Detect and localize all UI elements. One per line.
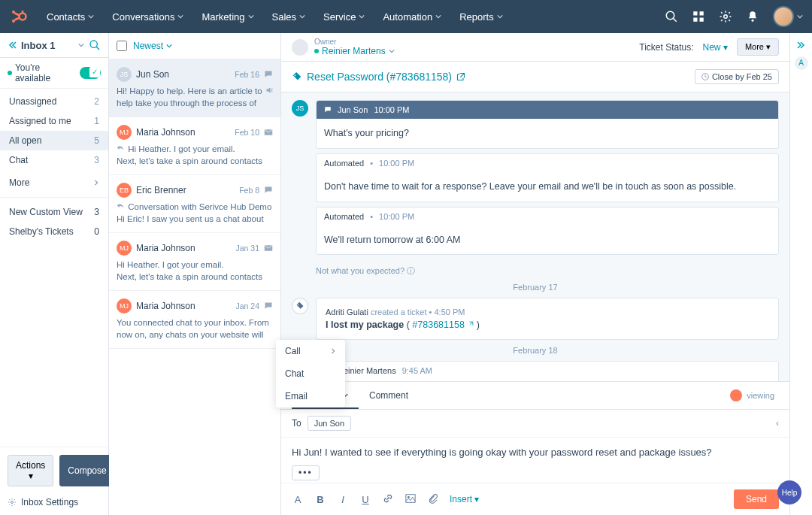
thread-item[interactable]: MJ Maria Johnson Jan 31 Hi Heather. I go…	[109, 233, 280, 291]
message-sender: Automated	[324, 212, 364, 221]
search-icon[interactable]	[665, 10, 678, 23]
italic-button[interactable]: I	[337, 494, 349, 505]
search-icon[interactable]	[89, 39, 101, 51]
gear-icon[interactable]	[719, 10, 732, 23]
attachment-button[interactable]	[427, 493, 439, 506]
expand-recipients[interactable]: ‹	[776, 418, 779, 429]
chevron-down-icon	[359, 14, 365, 20]
more-filters[interactable]: More	[0, 173, 108, 192]
more-button[interactable]: More ▾	[737, 38, 779, 56]
thread-name: Jun Son	[136, 69, 230, 80]
thread-name: Maria Johnson	[136, 127, 230, 138]
ticket-status-label: Ticket Status:	[639, 42, 693, 53]
nav-contacts[interactable]: Contacts	[39, 7, 102, 27]
thread-item[interactable]: EB Eric Brenner Feb 8 Conversation with …	[109, 175, 280, 233]
actions-button[interactable]: Actions ▾	[8, 455, 53, 486]
select-all-checkbox[interactable]	[117, 41, 127, 51]
contact-initial: A	[795, 56, 808, 70]
chevron-right-icon	[330, 348, 336, 354]
chevron-down-icon	[177, 14, 183, 20]
thread-item[interactable]: MJ Maria Johnson Jan 24 You connected ch…	[109, 291, 280, 349]
thread-preview: Hi Heather. I got your email. Next, let'…	[117, 144, 262, 167]
svg-point-14	[90, 41, 97, 47]
svg-line-4	[15, 18, 20, 20]
ticket-status-dropdown[interactable]: New ▾	[703, 42, 728, 53]
chat-icon	[264, 70, 273, 79]
popup-call[interactable]: Call	[276, 340, 345, 362]
send-button[interactable]: Send	[734, 489, 779, 509]
right-panel-collapsed[interactable]: A	[789, 33, 812, 515]
chevron-right-icon	[93, 180, 99, 186]
link-button[interactable]	[382, 493, 394, 506]
account-menu[interactable]	[773, 6, 803, 27]
marketplace-icon[interactable]	[692, 10, 705, 23]
chevron-down-icon	[88, 14, 94, 20]
filter-all-open[interactable]: All open5	[0, 131, 108, 150]
email-icon	[264, 128, 273, 137]
gear-icon	[8, 498, 17, 507]
svg-point-13	[752, 20, 754, 22]
compose-button[interactable]: Compose	[59, 455, 114, 486]
nav-sales[interactable]: Sales	[265, 7, 314, 27]
ticket-link[interactable]: #783681158	[412, 320, 465, 330]
nav-automation[interactable]: Automation	[375, 7, 449, 27]
availability-label: You're available	[15, 62, 77, 83]
chevron-down-icon	[435, 14, 441, 20]
top-nav: Contacts Conversations Marketing Sales S…	[0, 0, 812, 33]
hubspot-logo	[9, 8, 27, 26]
nav-reports[interactable]: Reports	[452, 7, 511, 27]
tab-comment[interactable]: Comment	[359, 383, 419, 408]
composer: Email Comment viewing To Jun Son ‹ Hi Ju…	[281, 381, 789, 515]
nav-service[interactable]: Service	[316, 7, 372, 27]
sender-avatar: JS	[292, 100, 308, 117]
inbox-settings-link[interactable]: Inbox Settings	[8, 492, 101, 507]
composer-body[interactable]: Hi Jun! I wanted to see if everything is…	[281, 438, 789, 467]
message-time: 10:00 PM	[374, 105, 409, 114]
view-shelbys-tickets[interactable]: Shelby's Tickets0	[0, 222, 108, 241]
close-by-button[interactable]: Close by Feb 25	[695, 69, 779, 84]
nav-marketing[interactable]: Marketing	[194, 7, 261, 27]
bell-icon[interactable]	[746, 10, 759, 23]
message-sender: Automated	[324, 159, 364, 168]
thread-name: Eric Brenner	[136, 185, 235, 195]
expand-thread-button[interactable]: •••	[292, 465, 320, 480]
user-avatar	[773, 6, 794, 27]
nav-conversations[interactable]: Conversations	[105, 7, 191, 27]
nav-right	[665, 6, 803, 27]
thread-item[interactable]: MJ Maria Johnson Feb 10 Hi Heather. I go…	[109, 117, 280, 175]
thread-preview: Conversation with Serivce Hub Demo Hi Er…	[117, 202, 271, 225]
to-label: To	[292, 418, 301, 429]
chevron-down-icon	[797, 14, 803, 20]
font-button[interactable]: A	[292, 494, 304, 505]
chevron-down-icon[interactable]	[78, 42, 84, 48]
to-recipient-pill[interactable]: Jun Son	[308, 416, 351, 431]
thread-date: Feb 10	[235, 128, 259, 137]
inbox-title[interactable]: Inbox 1	[21, 40, 74, 51]
message-body: We'll return tomorrow at 6:00 AM	[317, 226, 778, 255]
insert-dropdown[interactable]: Insert ▾	[450, 494, 479, 504]
sort-dropdown[interactable]: Newest	[133, 41, 172, 51]
chevron-down-icon	[166, 43, 172, 49]
conversation-subject[interactable]: Reset Password (#783681158)	[292, 71, 465, 83]
collapse-icon[interactable]	[8, 41, 17, 50]
image-button[interactable]	[404, 493, 417, 506]
filter-chat[interactable]: Chat3	[0, 150, 108, 170]
ticket-icon	[292, 71, 302, 82]
contact-avatar: MJ	[117, 298, 132, 314]
filter-unassigned[interactable]: Unassigned2	[0, 92, 108, 111]
underline-button[interactable]: U	[359, 494, 371, 505]
bold-button[interactable]: B	[314, 494, 326, 505]
thread-preview: Hi! Happy to help. Here is an article to…	[117, 85, 262, 109]
thread-date: Feb 16	[235, 70, 259, 79]
view-new-custom[interactable]: New Custom View3	[0, 202, 108, 222]
thread-item[interactable]: JS Jun Son Feb 16 Hi! Happy to help. Her…	[109, 59, 280, 117]
help-button[interactable]: Help	[777, 480, 801, 504]
popup-chat[interactable]: Chat	[276, 362, 345, 385]
popup-email[interactable]: Email	[276, 385, 345, 407]
thread-date: Jan 31	[235, 244, 259, 253]
not-expected-link[interactable]: Not what you expected? ⓘ	[316, 265, 779, 277]
availability-toggle[interactable]	[80, 67, 101, 79]
external-link-icon	[456, 72, 465, 81]
owner-dropdown[interactable]: Reinier Martens	[314, 46, 395, 56]
filter-assigned[interactable]: Assigned to me1	[0, 111, 108, 131]
